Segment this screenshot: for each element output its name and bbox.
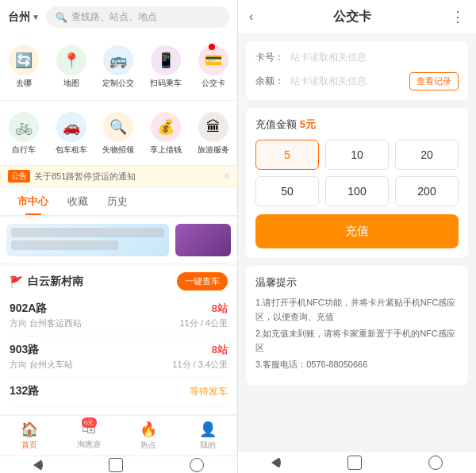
- right-phone-back-btn[interactable]: [271, 456, 281, 469]
- route-0-name: 902A路: [10, 302, 47, 316]
- city-selector[interactable]: 台州 ▼: [8, 10, 40, 25]
- right-header: ‹ 公交卡 ⋮: [238, 0, 476, 33]
- tab-city-center[interactable]: 市中心: [8, 188, 58, 215]
- icon-map[interactable]: 📍 地图: [48, 40, 95, 94]
- bicycle-icon: 🚲: [15, 118, 33, 136]
- search-icon: 🔍: [56, 12, 67, 23]
- icon-bus-card[interactable]: 💳 公交卡: [190, 40, 237, 94]
- card-content: 卡号： 站卡读取相关信息 余额： 站卡读取相关信息 查看记录 充值金额 5元 5…: [238, 33, 476, 451]
- check-bus-button[interactable]: 一键查车: [177, 272, 228, 290]
- bus-card-active-dot: [209, 44, 215, 50]
- stop-name-text: 白云新村南: [28, 275, 83, 289]
- stop-location-icon: 🚩: [10, 275, 23, 288]
- right-phone-recent-btn[interactable]: [428, 456, 443, 470]
- more-button[interactable]: ⋮: [451, 8, 465, 25]
- route-1-stops: 8站: [212, 343, 228, 357]
- phone-recent-btn[interactable]: [190, 458, 204, 472]
- route-0-info: 方向 台州客运西站 11分 / 4公里: [10, 317, 228, 329]
- hotspot-icon: 🔥: [140, 421, 157, 438]
- route-1-header: 903路 8站: [10, 343, 228, 357]
- route-1-info: 方向 台州火车站 11分 / 3.4公里: [10, 359, 228, 371]
- icon-lost-found[interactable]: 🔍 失物招领: [95, 107, 143, 160]
- right-phone-home-btn[interactable]: [347, 456, 362, 470]
- banner-left: [6, 224, 169, 256]
- borrow-label: 享上借钱: [150, 144, 182, 156]
- left-header: 台州 ▼ 🔍 查线路、站点、地点: [0, 0, 237, 34]
- left-panel: 台州 ▼ 🔍 查线路、站点、地点 🔄 去哪 📍 地图 🚌 定制公交: [0, 0, 238, 473]
- back-button[interactable]: ‹: [249, 10, 253, 24]
- tips-section: 温馨提示 1.请打开手机NFC功能，并将卡片紧贴手机NFC感应区，以便查询、充值…: [246, 266, 468, 385]
- view-history-button[interactable]: 查看记录: [409, 72, 459, 90]
- right-panel: ‹ 公交卡 ⋮ 卡号： 站卡读取相关信息 余额： 站卡读取相关信息 查看记录 充…: [238, 0, 476, 473]
- route-item-1: 903路 8站 方向 台州火车站 11分 / 3.4公里: [10, 336, 228, 378]
- route-0-direction: 方向 台州客运西站: [10, 317, 82, 329]
- tab-favorites[interactable]: 收藏: [58, 188, 98, 215]
- icon-scan[interactable]: 📱 扫码乘车: [142, 40, 190, 94]
- banner-right: [175, 224, 231, 256]
- nav-hotspot[interactable]: 🔥 热点: [119, 416, 178, 456]
- card-number-value: 站卡读取相关信息: [290, 51, 459, 64]
- map-icon: 📍: [63, 52, 80, 69]
- icon-bicycle[interactable]: 🚲 自行车: [0, 107, 48, 160]
- page-title: 公交卡: [333, 9, 371, 25]
- icon-car-rental[interactable]: 🚗 包车租车: [48, 107, 95, 160]
- amount-btn-50[interactable]: 50: [255, 176, 319, 206]
- icon-goto[interactable]: 🔄 去哪: [0, 40, 48, 94]
- taohui-badge: 0元: [82, 417, 96, 428]
- route-2-name: 132路: [10, 384, 39, 398]
- route-0-time: 11分 / 4公里: [179, 317, 228, 329]
- route-item-0: 902A路 8站 方向 台州客运西站 11分 / 4公里: [10, 295, 228, 336]
- balance-label: 余额：: [255, 75, 284, 88]
- borrow-icon: 💰: [157, 118, 175, 136]
- amount-btn-200[interactable]: 200: [395, 176, 459, 206]
- card-balance-row: 余额： 站卡读取相关信息 查看记录: [255, 72, 459, 90]
- amount-section: 充值金额 5元 5 10 20 50 100 200 充值: [246, 108, 468, 258]
- bus-card-label: 公交卡: [202, 78, 225, 89]
- city-name: 台州: [8, 10, 30, 25]
- tab-history[interactable]: 历史: [98, 188, 137, 215]
- search-placeholder: 查线路、站点、地点: [71, 10, 157, 24]
- left-phone-nav: [0, 456, 237, 473]
- card-number-row: 卡号： 站卡读取相关信息: [255, 51, 459, 64]
- nav-taohui-label: 淘惠游: [77, 439, 101, 450]
- bicycle-label: 自行车: [12, 144, 36, 156]
- custom-bus-icon: 🚌: [109, 52, 127, 69]
- icon-grid-row1: 🔄 去哪 📍 地图 🚌 定制公交 📱 扫码乘车 💳: [0, 34, 237, 101]
- recharge-button[interactable]: 充值: [255, 214, 459, 248]
- route-2-waiting: 等待发车: [190, 385, 228, 398]
- icon-tourism[interactable]: 🏛 旅游服务: [190, 107, 237, 160]
- amount-btn-20[interactable]: 20: [395, 140, 459, 170]
- amount-btn-100[interactable]: 100: [325, 176, 389, 206]
- tip-0: 1.请打开手机NFC功能，并将卡片紧贴手机NFC感应区，以便查询、充值: [255, 296, 459, 324]
- announcement-close-icon[interactable]: ×: [224, 171, 229, 182]
- nav-home[interactable]: 🏠 首页: [0, 416, 60, 456]
- custom-bus-label: 定制公交: [102, 78, 134, 89]
- home-icon: 🏠: [21, 421, 38, 438]
- tips-title: 温馨提示: [255, 275, 459, 290]
- search-bar[interactable]: 🔍 查线路、站点、地点: [46, 6, 229, 28]
- car-rental-label: 包车租车: [56, 144, 87, 156]
- amount-grid: 5 10 20 50 100 200: [255, 140, 459, 206]
- phone-home-btn[interactable]: [109, 458, 123, 472]
- amount-btn-5[interactable]: 5: [255, 140, 319, 170]
- nav-profile-label: 我的: [200, 440, 216, 451]
- banner-blur-1: [11, 228, 164, 237]
- announcement-bar: 公告 关于851路暂停贷运的通知 ×: [0, 166, 237, 187]
- icon-borrow[interactable]: 💰 享上借钱: [142, 107, 190, 160]
- phone-back-btn[interactable]: [33, 459, 43, 471]
- nav-taohui[interactable]: 🛍 0元 淘惠游: [60, 416, 119, 456]
- tip-1: 2.如充值未到账，请将卡家重新置于手机的NFC感应区: [255, 327, 459, 355]
- tabs-bar: 市中心 收藏 历史: [0, 188, 237, 216]
- car-rental-icon: 🚗: [63, 118, 80, 136]
- route-0-header: 902A路 8站: [10, 302, 228, 316]
- stop-name-container: 🚩 白云新村南: [10, 275, 83, 289]
- tourism-label: 旅游服务: [198, 144, 229, 156]
- route-0-stops: 8站: [212, 302, 228, 316]
- scan-icon: 📱: [157, 52, 175, 69]
- bottom-nav: 🏠 首页 🛍 0元 淘惠游 🔥 热点 👤 我的: [0, 415, 237, 456]
- amount-btn-10[interactable]: 10: [325, 140, 389, 170]
- scan-label: 扫码乘车: [150, 78, 182, 89]
- nav-profile[interactable]: 👤 我的: [178, 416, 237, 456]
- tourism-icon: 🏛: [206, 119, 221, 136]
- icon-custom-bus[interactable]: 🚌 定制公交: [95, 40, 143, 94]
